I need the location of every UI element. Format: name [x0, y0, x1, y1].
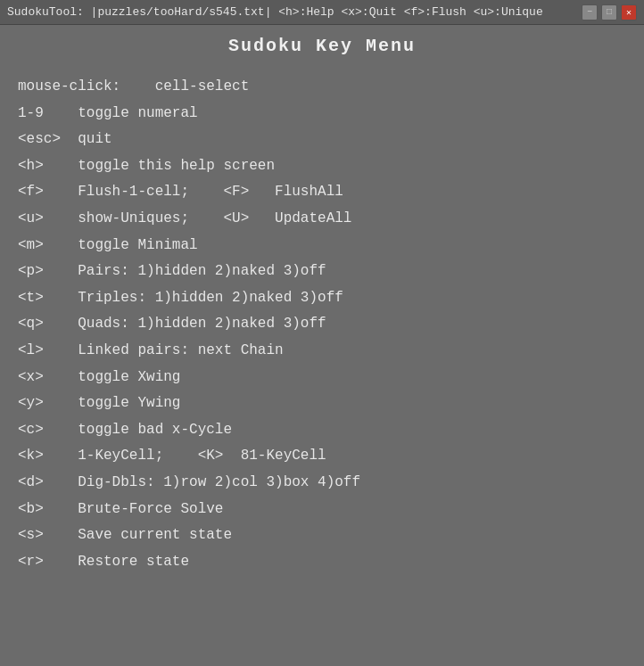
close-button[interactable]: ✕	[621, 4, 637, 21]
list-item: <r> Restore state	[18, 549, 626, 576]
menu-items-list: mouse-click: cell-select1-9 toggle numer…	[18, 74, 626, 575]
list-item: 1-9 toggle numeral	[18, 101, 626, 127]
list-item: <l> Linked pairs: next Chain	[18, 338, 626, 365]
list-item: <t> Triples: 1)hidden 2)naked 3)off	[18, 285, 626, 312]
list-item: <d> Dig-Dbls: 1)row 2)col 3)box 4)off	[18, 470, 626, 497]
content-area: Sudoku Key Menu mouse-click: cell-select…	[0, 25, 644, 586]
list-item: <f> Flush-1-cell; <F> FlushAll	[18, 179, 626, 206]
list-item: mouse-click: cell-select	[18, 74, 626, 101]
title-bar: SudokuTool: |puzzles/tooHard/s545.txt| <…	[0, 0, 644, 25]
minimize-button[interactable]: −	[582, 4, 598, 21]
list-item: <y> toggle Ywing	[18, 391, 626, 417]
list-item: <b> Brute-Force Solve	[18, 497, 626, 523]
list-item: <k> 1-KeyCell; <K> 81-KeyCell	[18, 443, 626, 470]
title-bar-text: SudokuTool: |puzzles/tooHard/s545.txt| <…	[7, 5, 543, 19]
maximize-button[interactable]: □	[601, 4, 617, 21]
list-item: <esc> quit	[18, 127, 626, 153]
list-item: <p> Pairs: 1)hidden 2)naked 3)off	[18, 259, 626, 285]
list-item: <s> Save current state	[18, 522, 626, 549]
list-item: <c> toggle bad x-Cycle	[18, 417, 626, 444]
list-item: <h> toggle this help screen	[18, 153, 626, 180]
list-item: <q> Quads: 1)hidden 2)naked 3)off	[18, 311, 626, 338]
menu-title: Sudoku Key Menu	[18, 36, 626, 56]
list-item: <m> toggle Minimal	[18, 233, 626, 259]
title-bar-buttons: − □ ✕	[582, 4, 637, 21]
list-item: <x> toggle Xwing	[18, 365, 626, 391]
list-item: <u> show-Uniques; <U> UpdateAll	[18, 206, 626, 233]
